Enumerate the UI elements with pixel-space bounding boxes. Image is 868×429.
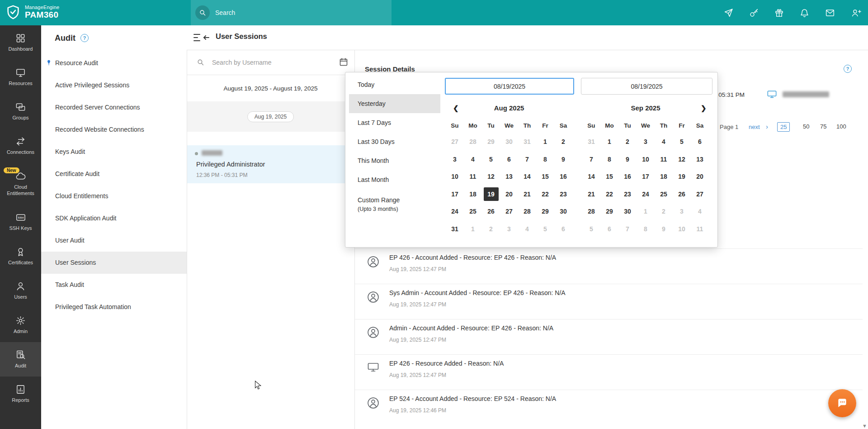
calendar-day[interactable]: 5 xyxy=(536,220,554,238)
start-date-input[interactable] xyxy=(445,78,574,95)
calendar-day[interactable]: 31 xyxy=(518,133,536,151)
end-date-input[interactable] xyxy=(581,78,712,95)
calendar-day[interactable]: 27 xyxy=(446,133,464,151)
event-row[interactable]: Admin - Account Added - Resource: EP 426… xyxy=(354,319,863,354)
calendar-day[interactable]: 12 xyxy=(673,151,691,168)
calendar-day[interactable]: 8 xyxy=(600,151,618,168)
calendar-day[interactable]: 22 xyxy=(600,186,618,203)
calendar-day[interactable]: 9 xyxy=(655,220,673,238)
page-size-50[interactable]: 50 xyxy=(800,122,812,131)
calendar-day[interactable]: 2 xyxy=(655,203,673,220)
calendar-day[interactable]: 14 xyxy=(582,168,600,186)
calendar-day[interactable]: 27 xyxy=(500,203,518,220)
calendar-day[interactable]: 31 xyxy=(582,133,600,151)
calendar-day[interactable]: 24 xyxy=(446,203,464,220)
calendar-day[interactable]: 17 xyxy=(446,186,464,203)
calendar-day[interactable]: 1 xyxy=(536,133,554,151)
preset-yesterday[interactable]: Yesterday xyxy=(349,94,440,113)
calendar-day[interactable]: 11 xyxy=(464,168,482,186)
calendar-day[interactable]: 28 xyxy=(518,203,536,220)
calendar-day[interactable]: 3 xyxy=(446,151,464,168)
calendar-day[interactable]: 6 xyxy=(600,220,618,238)
calendar-day-selected[interactable]: 19 xyxy=(482,186,500,203)
preset-last-30-days[interactable]: Last 30 Days xyxy=(349,132,440,151)
calendar-day[interactable]: 19 xyxy=(673,168,691,186)
calendar-day[interactable]: 1 xyxy=(637,203,655,220)
calendar-day[interactable]: 5 xyxy=(673,133,691,151)
calendar-day[interactable]: 29 xyxy=(482,133,500,151)
calendar-day[interactable]: 11 xyxy=(691,220,709,238)
calendar-day[interactable]: 31 xyxy=(446,220,464,238)
calendar-icon[interactable] xyxy=(339,57,348,67)
calendar-day[interactable]: 17 xyxy=(637,168,655,186)
calendar-day[interactable]: 11 xyxy=(655,151,673,168)
audit-help-icon[interactable]: ? xyxy=(80,34,89,42)
gift-icon[interactable] xyxy=(774,8,784,18)
calendar-day[interactable]: 25 xyxy=(464,203,482,220)
calendar-day[interactable]: 3 xyxy=(500,220,518,238)
support-chat-fab[interactable] xyxy=(828,389,856,417)
sidebar-item-dashboard[interactable]: Dashboard xyxy=(0,25,41,60)
calendar-day[interactable]: 5 xyxy=(582,220,600,238)
key-icon[interactable] xyxy=(749,8,759,18)
event-row[interactable]: EP 426 - Resource Added - Reason: N/AAug… xyxy=(354,354,863,390)
paper-plane-icon[interactable] xyxy=(724,8,733,18)
preset-last-7-days[interactable]: Last 7 Days xyxy=(349,113,440,132)
calendar-day[interactable]: 6 xyxy=(500,151,518,168)
calendar-day[interactable]: 6 xyxy=(554,220,572,238)
calendar-day[interactable]: 4 xyxy=(691,203,709,220)
sidebar-item-audit[interactable]: Audit xyxy=(0,342,41,377)
calendar-day[interactable]: 26 xyxy=(482,203,500,220)
audit-menu-resource-audit[interactable]: Resource Audit xyxy=(41,52,187,74)
audit-menu-sdk-application-audit[interactable]: SDK Application Audit xyxy=(41,207,187,229)
calendar-day[interactable]: 27 xyxy=(691,186,709,203)
calendar-day[interactable]: 14 xyxy=(518,168,536,186)
scroll-down-icon[interactable]: ▼ xyxy=(862,423,867,429)
calendar-day[interactable]: 4 xyxy=(464,151,482,168)
audit-menu-recorded-server-connections[interactable]: Recorded Server Connections xyxy=(41,96,187,119)
page-size-25[interactable]: 25 xyxy=(777,122,790,132)
audit-menu-keys-audit[interactable]: Keys Audit xyxy=(41,141,187,163)
calendar-day[interactable]: 28 xyxy=(464,133,482,151)
calendar-day[interactable]: 29 xyxy=(536,203,554,220)
date-group-chip[interactable]: Aug 19, 2025 xyxy=(247,111,294,122)
calendar-day[interactable]: 21 xyxy=(582,186,600,203)
calendar-day[interactable]: 30 xyxy=(500,133,518,151)
calendar-day[interactable]: 3 xyxy=(673,203,691,220)
event-row[interactable]: Sys Admin - Account Added - Resource: EP… xyxy=(354,284,863,319)
page-size-75[interactable]: 75 xyxy=(817,122,829,131)
audit-menu-task-audit[interactable]: Task Audit xyxy=(41,274,187,296)
sidebar-item-groups[interactable]: Groups xyxy=(0,94,41,129)
calendar-day[interactable]: 28 xyxy=(582,203,600,220)
calendar-day[interactable]: 7 xyxy=(518,151,536,168)
calendar-day[interactable]: 20 xyxy=(500,186,518,203)
audit-menu-active-privileged-sessions[interactable]: Active Privileged Sessions xyxy=(41,74,187,96)
audit-menu-certificate-audit[interactable]: Certificate Audit xyxy=(41,163,187,185)
calendar-day[interactable]: 4 xyxy=(518,220,536,238)
calendar-day[interactable]: 2 xyxy=(618,133,637,151)
calendar-day[interactable]: 2 xyxy=(554,133,572,151)
sidebar-item-resources[interactable]: Resources xyxy=(0,60,41,94)
calendar-day[interactable]: 13 xyxy=(500,168,518,186)
calendar-day[interactable]: 15 xyxy=(600,168,618,186)
calendar-day[interactable]: 16 xyxy=(618,168,637,186)
calendar-day[interactable]: 10 xyxy=(446,168,464,186)
sidebar-item-admin[interactable]: Admin xyxy=(0,308,41,342)
sidebar-item-certificates[interactable]: Certificates xyxy=(0,239,41,273)
calendar-day[interactable]: 12 xyxy=(482,168,500,186)
sidebar-item-ssh-keys[interactable]: SSHSSH Keys xyxy=(0,205,41,239)
audit-menu-privileged-task-automation[interactable]: Privileged Task Automation xyxy=(41,296,187,318)
calendar-day[interactable]: 23 xyxy=(554,186,572,203)
calendar-day[interactable]: 7 xyxy=(618,220,637,238)
audit-menu-recorded-website-connections[interactable]: Recorded Website Connections xyxy=(41,119,187,141)
preset-last-month[interactable]: Last Month xyxy=(349,170,440,189)
event-row[interactable]: EP 524 - Account Added - Resource: EP 52… xyxy=(354,390,863,425)
collapse-panel-icon[interactable] xyxy=(193,32,211,43)
calendar-day[interactable]: 8 xyxy=(637,220,655,238)
audit-menu-user-sessions[interactable]: User Sessions xyxy=(41,252,187,274)
next-chevron-icon[interactable]: › xyxy=(766,123,768,130)
sidebar-item-cloud-entitlements[interactable]: NewCloud Entitlements xyxy=(0,163,41,205)
bell-icon[interactable] xyxy=(800,8,809,18)
calendar-day[interactable]: 15 xyxy=(536,168,554,186)
calendar-day[interactable]: 10 xyxy=(673,220,691,238)
